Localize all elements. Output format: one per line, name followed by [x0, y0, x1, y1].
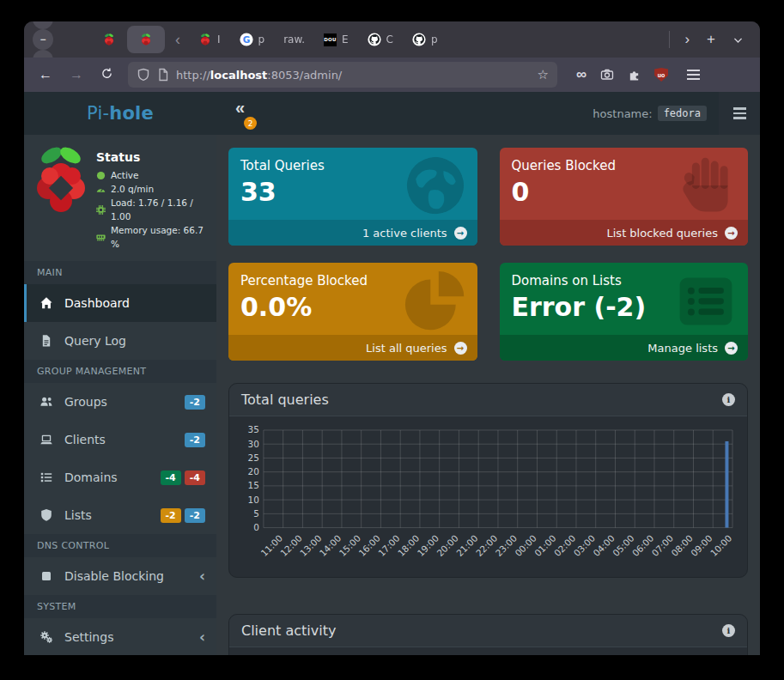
panel-header: Client activity i — [229, 615, 747, 647]
pihole-page: Pi-hole « 2 hostname: fedora — [24, 92, 760, 655]
laptop-icon — [40, 433, 55, 446]
svg-text:15:00: 15:00 — [337, 532, 362, 558]
svg-text:22:00: 22:00 — [474, 532, 500, 558]
svg-text:13:00: 13:00 — [298, 532, 324, 558]
card-footer-link-percentage-blocked[interactable]: List all queries→ — [228, 335, 477, 361]
badge: -2 — [161, 508, 181, 523]
sidebar-item-dashboard[interactable]: Dashboard — [24, 284, 216, 322]
nav-section-header: SYSTEM — [24, 595, 216, 618]
sidebar-item-label: Groups — [64, 395, 107, 409]
card-footer-link-total-queries[interactable]: 1 active clients→ — [228, 220, 477, 246]
list-icon — [40, 471, 55, 484]
svg-text:04:00: 04:00 — [591, 532, 617, 558]
tab[interactable]: C — [360, 26, 401, 53]
tab[interactable]: p — [404, 26, 446, 53]
sidebar-item-label: Clients — [64, 433, 106, 446]
window-close-button[interactable]: × — [33, 21, 53, 29]
window-minimize-button[interactable]: − — [33, 29, 53, 50]
right-sidebar-toggle-hamburger-icon[interactable] — [719, 92, 760, 135]
total-queries-panel: Total queries i 0510152025303511:0012:00… — [228, 383, 748, 578]
divider — [669, 31, 670, 48]
panel-title: Total queries — [241, 392, 329, 408]
card-percentage-blocked: Percentage Blocked0.0%List all queries→ — [228, 263, 477, 361]
status-cpu: Load: 1.76 / 1.16 / 1.00 — [96, 196, 210, 223]
svg-text:19:00: 19:00 — [415, 532, 441, 558]
sidebar-item-lists[interactable]: Lists-2-2 — [24, 496, 216, 534]
top-navbar: « 2 hostname: fedora — [216, 92, 760, 135]
sidebar-item-disable-blocking[interactable]: Disable Blocking‹ — [24, 557, 216, 595]
hand-icon — [672, 155, 739, 220]
sidebar-item-domains[interactable]: Domains-4-4 — [24, 458, 216, 496]
svg-text:06:00: 06:00 — [630, 532, 656, 558]
url-text[interactable]: http://localhost:8053/admin/ — [176, 69, 532, 82]
arrow-circle-icon: → — [454, 227, 467, 240]
gears-icon — [40, 630, 55, 644]
pihole-raspberry-logo — [33, 143, 89, 251]
sidebar-item-clients[interactable]: Clients-2 — [24, 421, 216, 458]
extension-area: ∞ uo — [571, 64, 707, 86]
panel-header: Total queries i — [229, 384, 747, 416]
sidebar-collapse-button[interactable]: « — [235, 98, 245, 118]
bar-chart: 0510152025303511:0012:0013:0014:0015:001… — [238, 423, 738, 570]
forward-button[interactable]: → — [62, 64, 91, 86]
svg-text:02:00: 02:00 — [552, 532, 578, 558]
svg-text:11:00: 11:00 — [258, 532, 284, 558]
back-button[interactable]: ← — [31, 64, 60, 86]
shield-icon — [40, 508, 55, 522]
tab[interactable]: DOUE — [316, 26, 356, 53]
svg-text:35: 35 — [248, 424, 259, 434]
info-icon[interactable]: i — [722, 393, 735, 406]
svg-text:30: 30 — [248, 439, 259, 449]
badge: -4 — [161, 471, 181, 485]
card-footer-link-queries-blocked[interactable]: List blocked queries→ — [500, 220, 749, 246]
pihole-favicon-icon — [198, 33, 212, 46]
info-icon[interactable]: i — [722, 624, 735, 637]
bookmark-star-icon[interactable]: ☆ — [538, 67, 549, 82]
sidebar-item-query-log[interactable]: Query Log — [24, 322, 216, 360]
browser-menu-hamburger-icon[interactable] — [680, 66, 707, 83]
svg-text:01:00: 01:00 — [532, 532, 558, 558]
hostname-value: fedora — [658, 106, 707, 121]
svg-text:03:00: 03:00 — [571, 532, 597, 558]
tab[interactable]: raw. — [276, 26, 313, 53]
screenshot-camera-icon[interactable] — [595, 65, 619, 84]
tracking-protection-shield-icon[interactable] — [137, 68, 150, 82]
arrow-circle-icon: → — [454, 342, 467, 355]
list-all-tabs-button[interactable] — [725, 33, 751, 47]
ublock-origin-icon[interactable]: uo — [649, 65, 673, 84]
reload-button[interactable] — [93, 64, 121, 87]
extensions-puzzle-icon[interactable] — [623, 66, 646, 84]
svg-text:00:00: 00:00 — [513, 532, 538, 558]
pinned-tab[interactable] — [94, 26, 124, 53]
badge: -4 — [185, 471, 205, 485]
nav-section-header: DNS CONTROL — [24, 534, 216, 557]
page-info-icon[interactable] — [156, 68, 170, 82]
pihole-favicon-icon — [139, 33, 153, 46]
tab[interactable]: Gp — [232, 26, 273, 53]
active-tab[interactable] — [127, 26, 165, 53]
sidebar-item-label: Query Log — [64, 334, 126, 348]
status-box: Status Active2.0 q/minLoad: 1.76 / 1.16 … — [24, 135, 216, 261]
badge: -2 — [185, 395, 205, 410]
scroll-tabs-left-button[interactable]: ‹ — [168, 31, 187, 49]
status-status-dot: Active — [96, 168, 210, 182]
globe-icon — [402, 155, 469, 220]
brand-box[interactable]: Pi-hole — [24, 92, 216, 135]
url-bar[interactable]: http://localhost:8053/admin/ ☆ — [128, 62, 557, 88]
memory-icon — [96, 233, 106, 242]
chevron-left-icon: ‹ — [199, 630, 205, 645]
github-favicon-icon — [368, 33, 381, 46]
new-tab-button[interactable]: + — [699, 29, 723, 50]
status-dot-icon — [96, 171, 106, 180]
chevron-down-icon — [732, 34, 744, 46]
sidebar-item-label: Domains — [64, 471, 118, 484]
update-badge: 2 — [244, 117, 257, 130]
card-footer-link-domains-on-lists[interactable]: Manage lists→ — [500, 335, 749, 361]
tab[interactable]: I — [191, 26, 228, 53]
sidebar-item-groups[interactable]: Groups-2 — [24, 383, 216, 421]
scroll-tabs-right-button[interactable]: › — [677, 29, 697, 50]
sidebar-item-settings[interactable]: Settings‹ — [24, 618, 216, 655]
svg-text:17:00: 17:00 — [376, 532, 402, 558]
home-icon — [40, 296, 55, 310]
extension-infinity-icon[interactable]: ∞ — [571, 64, 592, 86]
